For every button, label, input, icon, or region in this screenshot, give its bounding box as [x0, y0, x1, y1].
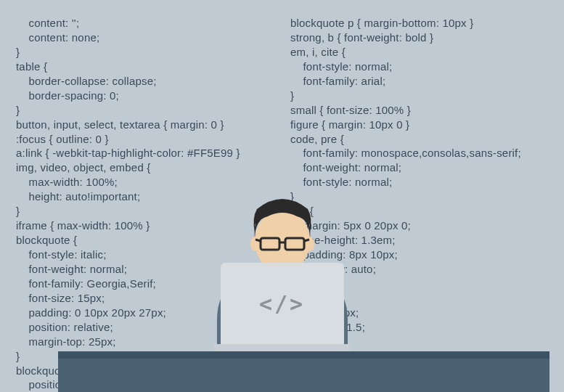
laptop-screen: </>: [221, 263, 344, 344]
desk: [58, 359, 549, 392]
svg-line-7: [256, 240, 261, 241]
desk-edge: [58, 351, 549, 359]
svg-point-2: [250, 237, 259, 251]
code-icon: </>: [259, 291, 305, 317]
svg-point-3: [306, 237, 314, 251]
svg-line-8: [304, 240, 309, 241]
laptop: </>: [213, 263, 351, 354]
